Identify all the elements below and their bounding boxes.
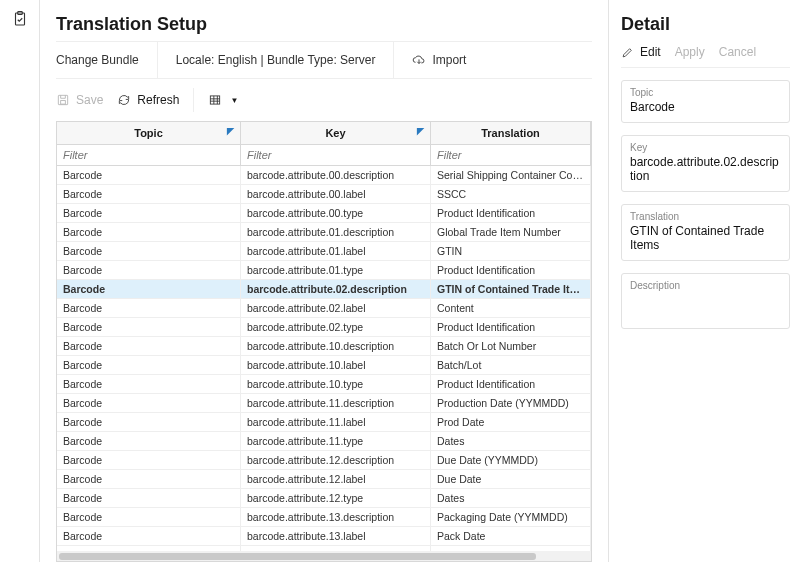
cloud-import-icon — [412, 53, 426, 67]
table-row[interactable]: Barcodebarcode.attribute.00.labelSSCC — [57, 185, 591, 204]
cell: barcode.attribute.00.type — [241, 204, 431, 222]
cell: Dates — [431, 432, 591, 450]
table-row[interactable]: Barcodebarcode.attribute.13.labelPack Da… — [57, 527, 591, 546]
table-row[interactable]: Barcodebarcode.attribute.10.labelBatch/L… — [57, 356, 591, 375]
table-row[interactable]: Barcodebarcode.attribute.00.typeProduct … — [57, 204, 591, 223]
edit-button[interactable]: Edit — [621, 45, 661, 59]
refresh-icon — [117, 93, 131, 107]
cell: barcode.attribute.00.description — [241, 166, 431, 184]
table-row[interactable]: Barcodebarcode.attribute.11.typeDates — [57, 432, 591, 451]
table-row[interactable]: Barcodebarcode.attribute.02.labelContent — [57, 299, 591, 318]
cell: barcode.attribute.01.label — [241, 242, 431, 260]
detail-title: Detail — [621, 14, 790, 35]
cell: Barcode — [57, 318, 241, 336]
cell: Batch/Lot — [431, 356, 591, 374]
cell: Barcode — [57, 356, 241, 374]
cell: barcode.attribute.01.type — [241, 261, 431, 279]
filter-topic-input[interactable] — [57, 145, 241, 165]
import-button[interactable]: Import — [412, 53, 466, 67]
cell: Barcode — [57, 432, 241, 450]
table-row[interactable]: Barcodebarcode.attribute.01.labelGTIN — [57, 242, 591, 261]
col-key[interactable]: Key◤ — [241, 122, 431, 144]
cell: barcode.attribute.10.type — [241, 375, 431, 393]
cell: barcode.attribute.12.type — [241, 489, 431, 507]
field-topic: Topic Barcode — [621, 80, 790, 123]
cell: Barcode — [57, 489, 241, 507]
grid-header: Topic◤ Key◤ Translation — [57, 122, 591, 145]
change-bundle-button[interactable]: Change Bundle — [56, 53, 139, 67]
cell: Product Identification — [431, 375, 591, 393]
cell: Global Trade Item Number — [431, 223, 591, 241]
cell: barcode.attribute.01.description — [241, 223, 431, 241]
cell: Product Identification — [431, 204, 591, 222]
cell: barcode.attribute.02.type — [241, 318, 431, 336]
col-topic[interactable]: Topic◤ — [57, 122, 241, 144]
translation-grid: Topic◤ Key◤ Translation Barcodebarcode.a… — [56, 121, 592, 562]
cell: Dates — [431, 489, 591, 507]
cell: Batch Or Lot Number — [431, 337, 591, 355]
table-row[interactable]: Barcodebarcode.attribute.10.typeProduct … — [57, 375, 591, 394]
apply-button: Apply — [675, 45, 705, 59]
table-row[interactable]: Barcodebarcode.attribute.01.descriptionG… — [57, 223, 591, 242]
table-row[interactable]: Barcodebarcode.attribute.02.typeProduct … — [57, 318, 591, 337]
bundle-bar: Change Bundle Locale: English | Bundle T… — [56, 41, 592, 79]
table-row[interactable]: Barcodebarcode.attribute.01.typeProduct … — [57, 261, 591, 280]
table-row[interactable]: Barcodebarcode.attribute.11.labelProd Da… — [57, 413, 591, 432]
cell: barcode.attribute.12.description — [241, 451, 431, 469]
cell: barcode.attribute.10.label — [241, 356, 431, 374]
toolbar: Save Refresh ▼ — [56, 79, 592, 121]
table-row[interactable]: Barcodebarcode.attribute.00.descriptionS… — [57, 166, 591, 185]
table-row[interactable]: Barcodebarcode.attribute.02.descriptionG… — [57, 280, 591, 299]
filter-translation-input[interactable] — [431, 145, 591, 165]
svg-rect-2 — [58, 95, 67, 104]
cell: Barcode — [57, 185, 241, 203]
cell: barcode.attribute.11.type — [241, 432, 431, 450]
cell: barcode.attribute.00.label — [241, 185, 431, 203]
cell: Barcode — [57, 394, 241, 412]
page-title: Translation Setup — [56, 14, 592, 35]
col-translation[interactable]: Translation — [431, 122, 591, 144]
refresh-button[interactable]: Refresh — [117, 93, 179, 107]
svg-rect-4 — [211, 96, 220, 104]
columns-menu-button[interactable]: ▼ — [208, 93, 238, 107]
grid-body[interactable]: Barcodebarcode.attribute.00.descriptionS… — [57, 166, 591, 551]
cell: Barcode — [57, 451, 241, 469]
table-row[interactable]: Barcodebarcode.attribute.12.labelDue Dat… — [57, 470, 591, 489]
cell: barcode.attribute.11.description — [241, 394, 431, 412]
cell: barcode.attribute.13.label — [241, 527, 431, 545]
cell: Barcode — [57, 508, 241, 526]
table-icon — [208, 93, 222, 107]
filter-key-input[interactable] — [241, 145, 431, 165]
cell: barcode.attribute.10.description — [241, 337, 431, 355]
cell: Barcode — [57, 280, 241, 298]
horizontal-scrollbar[interactable] — [57, 551, 591, 561]
cell: Barcode — [57, 299, 241, 317]
field-translation: Translation GTIN of Contained Trade Item… — [621, 204, 790, 261]
cell: Serial Shipping Container Code — [431, 166, 591, 184]
cell: Barcode — [57, 413, 241, 431]
cell: Barcode — [57, 204, 241, 222]
cell: Barcode — [57, 166, 241, 184]
table-row[interactable]: Barcodebarcode.attribute.13.descriptionP… — [57, 508, 591, 527]
main-panel: Translation Setup Change Bundle Locale: … — [40, 0, 608, 562]
table-row[interactable]: Barcodebarcode.attribute.12.typeDates — [57, 489, 591, 508]
cell: barcode.attribute.13.description — [241, 508, 431, 526]
cell: Barcode — [57, 527, 241, 545]
chevron-down-icon: ▼ — [230, 96, 238, 105]
left-rail — [0, 0, 40, 562]
cell: Production Date (YYMMDD) — [431, 394, 591, 412]
table-row[interactable]: Barcodebarcode.attribute.11.descriptionP… — [57, 394, 591, 413]
cell: Barcode — [57, 261, 241, 279]
cell: Product Identification — [431, 318, 591, 336]
clipboard-icon[interactable] — [11, 10, 29, 562]
locale-info: Locale: English | Bundle Type: Server — [176, 53, 376, 67]
cell: Due Date — [431, 470, 591, 488]
cancel-button: Cancel — [719, 45, 756, 59]
cell: Product Identification — [431, 261, 591, 279]
cell: barcode.attribute.02.label — [241, 299, 431, 317]
table-row[interactable]: Barcodebarcode.attribute.10.descriptionB… — [57, 337, 591, 356]
cell: Barcode — [57, 375, 241, 393]
table-row[interactable]: Barcodebarcode.attribute.12.descriptionD… — [57, 451, 591, 470]
cell: barcode.attribute.02.description — [241, 280, 431, 298]
cell: barcode.attribute.12.label — [241, 470, 431, 488]
